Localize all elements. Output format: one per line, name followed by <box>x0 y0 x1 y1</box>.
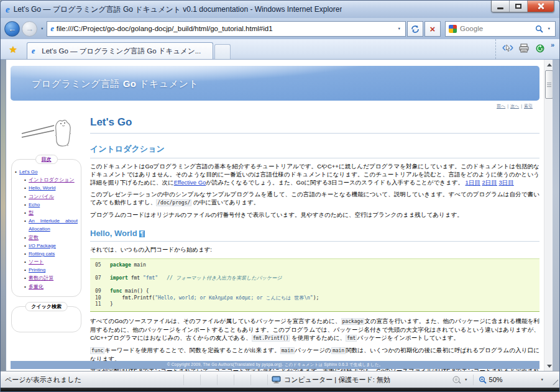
zoom-dropdown[interactable]: ▼ <box>541 378 544 381</box>
toc-link[interactable]: 多重化 <box>29 284 44 289</box>
status-cell <box>251 375 268 385</box>
tool-dropdown[interactable]: ▼ <box>464 378 467 381</box>
browser-window: e Let's Go — プログラミング言語 Go ドキュメント v0.1 do… <box>0 0 560 392</box>
relbar-separator: | <box>521 104 522 108</box>
text-link[interactable]: 1日目 <box>466 179 480 186</box>
toc-title-link[interactable]: 目次 <box>42 157 52 162</box>
window-bottom-edge <box>1 388 559 391</box>
toc-item: Hello, World <box>24 184 78 192</box>
window-frame-left <box>1 60 6 388</box>
text-run: キーワードを使用することで、関数を定義することが出来ます。 <box>104 347 280 353</box>
paragraph: それでは、いつもの入門コードから始めます: <box>90 245 539 253</box>
tab-row: ★ e Let's Go — プログラミング言語 Go ドキュメン... <box>1 39 559 60</box>
toc-item: I/O Package <box>24 242 78 250</box>
zoom-control[interactable]: 50% <box>479 376 538 384</box>
paragraph: すべてのGoのソースファイルは、そのファイルが属しているパッケージを宣言するため… <box>90 317 539 342</box>
tab-active[interactable]: e Let's Go — プログラミング言語 Go ドキュメン... <box>27 42 213 59</box>
headerlink-icon[interactable]: ¶ <box>139 230 145 237</box>
inline-code: package <box>341 318 365 325</box>
page-tool-icon[interactable] <box>535 43 545 53</box>
refresh-button[interactable] <box>407 21 423 37</box>
back-button[interactable]: ← <box>4 21 20 37</box>
close-button[interactable] <box>528 1 554 12</box>
search-dropdown[interactable]: ▼ <box>546 27 552 30</box>
paragraph: このドキュメントはGoプログラミング言語の基本を紹介するチュートリアルです。Cや… <box>90 162 539 186</box>
status-bar: ページが表示されました コンピューター | 保護モード: 無効 ▼ <box>1 371 559 388</box>
toc-item: Rotting cats <box>24 250 78 258</box>
relbar-link[interactable]: 次へ <box>510 103 519 109</box>
quick-search-area[interactable] <box>15 315 78 326</box>
code-line: 09func main() { <box>95 288 535 295</box>
address-bar[interactable]: e file:///C:/Project/go-doc/golang-docjp… <box>47 21 406 37</box>
code-line: 07import fmt "fmt" // フォーマット付き入出力を実装したパッ… <box>95 275 535 282</box>
toc-link[interactable]: 定数 <box>29 235 39 240</box>
text-run: すべてのGoのソースファイルは、そのファイルが属しているパッケージを宣言するため… <box>90 317 341 324</box>
toc-link[interactable]: Echo <box>29 202 40 207</box>
favorites-button[interactable]: ★ <box>4 42 22 58</box>
stop-icon: × <box>430 24 436 34</box>
paragraph: このプレゼンテーションの中のシンプルなサンプルプログラムを通して、この言語のキー… <box>90 190 539 207</box>
line-number: 07 <box>95 275 110 282</box>
search-box[interactable]: Google ▼ <box>445 21 556 37</box>
search-icon[interactable] <box>535 25 543 33</box>
line-number: 05 <box>95 262 110 269</box>
document-content: Let's GoイントロダクションこのドキュメントはGoプログラミング言語の基本… <box>90 111 539 371</box>
toc-item: 素数の計算 <box>24 274 78 282</box>
relbar: 前へ|次へ|索引 <box>6 101 544 111</box>
text-link[interactable]: Effective Go <box>174 179 206 186</box>
toc-link[interactable]: Let's Go <box>19 169 38 175</box>
toc-link[interactable]: ソート <box>29 259 44 265</box>
inline-code: main <box>280 347 295 354</box>
maximize-button[interactable] <box>510 1 528 12</box>
code-line: 10 fmt.Printf("Hello, world; or Καλημέρα… <box>95 295 535 302</box>
tab-favicon: e <box>32 47 35 55</box>
toc-item: Let's GoイントロダクションHello, WorldコンパイルEcho型A… <box>15 168 78 291</box>
page-footer: © Copyright 2009, The Go Authors(Transla… <box>11 361 539 369</box>
toc-link[interactable]: Printing <box>29 267 45 273</box>
status-separator <box>473 375 474 385</box>
code-line <box>95 269 535 276</box>
text-run: それでは、いつもの入門コードから始めます: <box>90 246 212 253</box>
toc-link[interactable]: I/O Package <box>29 243 56 248</box>
zoom-icon <box>479 376 487 384</box>
inline-code: /doc/progs/ <box>156 199 191 206</box>
toc-item: ソート <box>24 258 78 266</box>
toc-link[interactable]: Hello, World <box>29 185 55 191</box>
heading-h2: イントロダクション <box>90 140 539 158</box>
address-dropdown[interactable]: ▼ <box>397 27 402 30</box>
forward-button[interactable]: → <box>22 21 37 37</box>
relbar-link[interactable]: 索引 <box>524 103 533 109</box>
print-icon[interactable] <box>519 43 530 53</box>
site-title: プログラミング言語 Go ドキュメント <box>32 78 198 90</box>
inline-code: main <box>331 347 346 354</box>
status-right: ▼ 50% ▼ <box>452 375 559 385</box>
relbar-link[interactable]: 前へ <box>497 103 505 109</box>
overflow-chevron-icon[interactable]: » <box>551 41 554 48</box>
minimize-button[interactable] <box>492 1 510 12</box>
toc-link[interactable]: コンパイル <box>29 194 54 199</box>
toc-link[interactable]: イントロダクション <box>29 177 75 183</box>
statusbar-tool-icon[interactable] <box>452 375 462 384</box>
site-header-banner: プログラミング言語 Go ドキュメント <box>11 66 539 101</box>
toc-list: Let's GoイントロダクションHello, WorldコンパイルEcho型A… <box>15 168 78 291</box>
stop-button[interactable]: × <box>425 21 441 37</box>
resize-grip[interactable] <box>550 377 558 385</box>
minimize-icon <box>497 7 503 9</box>
history-dropdown[interactable]: ▼ <box>39 27 45 30</box>
quick-search-box: クイック検索 <box>11 306 81 332</box>
toc-link[interactable]: An Interlude about Allocation <box>29 218 78 232</box>
search-input[interactable]: Google <box>460 25 532 32</box>
status-cell <box>201 375 218 385</box>
text-link[interactable]: 2日目 <box>482 179 497 186</box>
computer-icon <box>272 376 281 384</box>
text-link[interactable]: 3日目 <box>498 179 513 186</box>
new-tab-button[interactable] <box>214 44 231 59</box>
toc-link[interactable]: 型 <box>29 210 34 216</box>
toc-link[interactable]: Rotting cats <box>29 251 55 257</box>
tab-label: Let's Go — プログラミング言語 Go ドキュメン... <box>42 47 201 56</box>
pointer-tool-icon[interactable] <box>502 43 513 52</box>
sidebar: 目次 Let's GoイントロダクションHello, WorldコンパイルEch… <box>11 114 81 332</box>
toc-link[interactable]: 素数の計算 <box>29 275 53 281</box>
security-zone[interactable]: コンピューター | 保護モード: 無効 <box>272 375 390 385</box>
url-text[interactable]: file:///C:/Project/go-doc/golang-docjp/_… <box>57 25 394 32</box>
